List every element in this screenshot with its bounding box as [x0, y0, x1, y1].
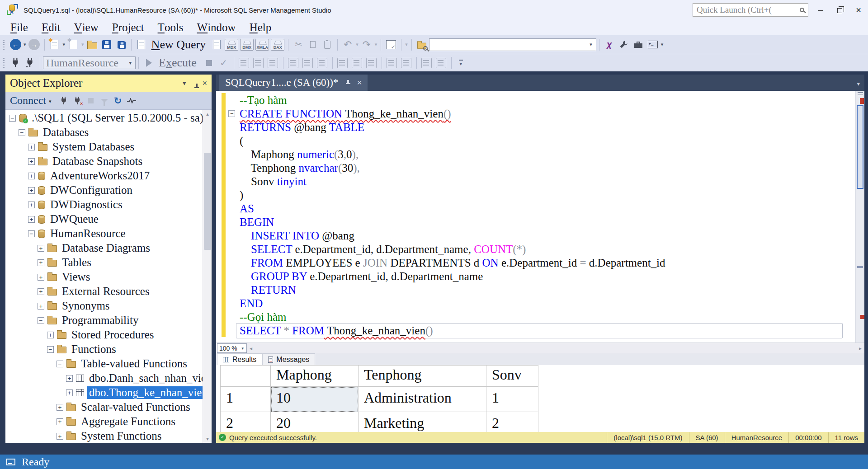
tree-item-views[interactable]: +Views: [5, 270, 203, 284]
open-file-button[interactable]: [86, 38, 99, 52]
expand-icon[interactable]: +: [47, 332, 54, 338]
grid-column-header-tenphong[interactable]: Tenphong: [359, 365, 486, 387]
mdx-query-button[interactable]: MDX: [225, 38, 238, 52]
execute-button[interactable]: Execute: [159, 56, 197, 70]
grid-row-number[interactable]: 1: [220, 387, 271, 412]
navigate-forward-button[interactable]: →: [28, 38, 41, 52]
toolbar-grip[interactable]: [3, 58, 5, 68]
grid-column-header-sonv[interactable]: Sonv: [486, 365, 538, 387]
grid-cell[interactable]: Marketing: [359, 412, 486, 432]
grid-row-number[interactable]: 2: [220, 412, 271, 432]
sql-query-tab[interactable]: SQLQuery1....e (SA (60))* ×: [219, 75, 368, 91]
query-options-button[interactable]: [252, 56, 265, 70]
find-in-files-button[interactable]: [415, 38, 428, 52]
expand-icon[interactable]: +: [28, 216, 35, 223]
tree-item-sql1-sql-server-15-0-2000-5-sa[interactable]: −.\SQL1 (SQL Server 15.0.2000.5 - sa): [5, 111, 203, 125]
tree-item-database-snapshots[interactable]: +Database Snapshots: [5, 154, 203, 169]
quick-launch-input[interactable]: Quick Launch (Ctrl+(: [693, 3, 808, 17]
new-project-button[interactable]: ✱: [48, 38, 61, 52]
tree-item-adventureworks2017[interactable]: +AdventureWorks2017: [5, 169, 203, 183]
window-position-dropdown[interactable]: ▾: [183, 79, 186, 87]
stop-button[interactable]: [84, 94, 98, 107]
cancel-executing-query-button[interactable]: [203, 56, 216, 70]
horizontal-scrollbar[interactable]: [255, 343, 856, 353]
display-estimated-execution-plan-button[interactable]: [238, 56, 250, 70]
editor-scrollbar[interactable]: [855, 91, 864, 342]
expand-icon[interactable]: +: [66, 389, 73, 396]
expand-icon[interactable]: +: [38, 245, 44, 252]
new-query-icon[interactable]: [135, 38, 148, 52]
expand-icon[interactable]: +: [57, 433, 63, 440]
redo-button[interactable]: ↷: [360, 38, 373, 52]
connect-server-button[interactable]: [57, 94, 71, 107]
tab-close-icon[interactable]: ×: [357, 78, 362, 88]
connect-button[interactable]: Connect: [10, 94, 46, 107]
grid-cell[interactable]: 10: [271, 387, 359, 412]
refresh-button[interactable]: ↻: [111, 94, 125, 107]
menu-item-file[interactable]: File: [4, 20, 35, 35]
expand-icon[interactable]: +: [28, 158, 35, 165]
results-to-file-button[interactable]: [351, 56, 363, 70]
activity-monitor-button[interactable]: [125, 94, 138, 107]
zoom-level-select[interactable]: 100 % ▾: [217, 343, 247, 353]
navigate-backward-button[interactable]: ←: [9, 38, 22, 52]
expand-icon[interactable]: +: [38, 288, 44, 295]
grid-cell[interactable]: Administration: [359, 387, 486, 412]
add-item-dropdown[interactable]: ▾: [80, 42, 85, 47]
dax-query-button[interactable]: DAX: [271, 38, 284, 52]
new-query-button[interactable]: New Query: [151, 38, 206, 52]
tree-item-dbo-thong-ke-nhan-vien[interactable]: +dbo.Thong_ke_nhan_vien: [5, 385, 203, 400]
xmla-query-button[interactable]: XMLA: [255, 38, 269, 52]
hscroll-right-arrow[interactable]: ▸: [856, 345, 864, 352]
tree-item-system-functions[interactable]: +System Functions: [5, 429, 203, 443]
find-combobox[interactable]: ▾: [429, 38, 596, 51]
menu-item-help[interactable]: Help: [243, 20, 278, 35]
scrollbar-thumb[interactable]: [857, 105, 863, 189]
tab-messages[interactable]: Messages: [262, 353, 315, 365]
cut-icon[interactable]: ✂: [292, 38, 305, 52]
connect-dropdown[interactable]: ▾: [48, 98, 52, 104]
menu-item-edit[interactable]: Edit: [35, 20, 67, 35]
object-explorer-scrollbar[interactable]: ▴ ▾: [203, 110, 212, 443]
splitter-grip[interactable]: [858, 92, 863, 96]
include-actual-execution-plan-button[interactable]: [287, 56, 300, 70]
available-databases-combobox[interactable]: HumanResource▾: [43, 56, 136, 69]
change-connection-button[interactable]: [24, 56, 36, 70]
scroll-up-arrow[interactable]: ▴: [203, 110, 212, 118]
toolbar-options-dropdown[interactable]: ▾: [404, 42, 409, 47]
menu-item-view[interactable]: View: [67, 20, 105, 35]
sql-editor[interactable]: --Tạo hàm−CREATE FUNCTION Thong_ke_nhan_…: [216, 91, 864, 342]
tree-item-functions[interactable]: −Functions: [5, 342, 203, 356]
toolbox-button[interactable]: [632, 38, 645, 52]
comment-out-lines-button[interactable]: [365, 56, 378, 70]
tree-item-stored-procedures[interactable]: +Stored Procedures: [5, 328, 203, 342]
expand-icon[interactable]: +: [38, 274, 44, 281]
tree-item-dbo-danh-sach-nhan-vien[interactable]: +dbo.Danh_sach_nhan_vien: [5, 371, 203, 385]
expand-icon[interactable]: +: [38, 259, 44, 266]
grid-column-header-rownum[interactable]: [220, 365, 271, 387]
connect-button[interactable]: [9, 56, 22, 70]
include-live-query-statistics-button[interactable]: [302, 56, 314, 70]
parse-button[interactable]: ✓: [217, 56, 230, 70]
increase-indent-button[interactable]: [420, 56, 433, 70]
expand-icon[interactable]: +: [28, 144, 35, 150]
grid-cell[interactable]: 2: [486, 412, 538, 432]
tree-item-scalar-valued-functions[interactable]: +Scalar-valued Functions: [5, 400, 203, 414]
tab-pin-icon[interactable]: [345, 80, 350, 86]
tree-item-database-diagrams[interactable]: +Database Diagrams: [5, 241, 203, 255]
tree-item-programmability[interactable]: −Programmability: [5, 313, 203, 328]
expand-icon[interactable]: +: [57, 418, 63, 425]
save-all-button[interactable]: [115, 38, 127, 52]
code-fold-collapse-icon[interactable]: −: [228, 110, 235, 117]
collapse-icon[interactable]: −: [38, 317, 44, 324]
command-window-dropdown[interactable]: ▾: [660, 42, 665, 47]
restore-button[interactable]: [830, 0, 849, 20]
undo-button[interactable]: ↶: [341, 38, 354, 52]
close-panel-button[interactable]: ×: [202, 79, 207, 88]
disconnect-server-button[interactable]: ×: [71, 94, 84, 107]
grid-column-header-maphong[interactable]: Maphong: [271, 365, 359, 387]
redo-dropdown[interactable]: ▾: [374, 42, 378, 47]
hscroll-left-arrow[interactable]: ◂: [247, 345, 255, 352]
variables-button[interactable]: χ: [603, 38, 616, 52]
uncomment-lines-button[interactable]: [386, 56, 398, 70]
